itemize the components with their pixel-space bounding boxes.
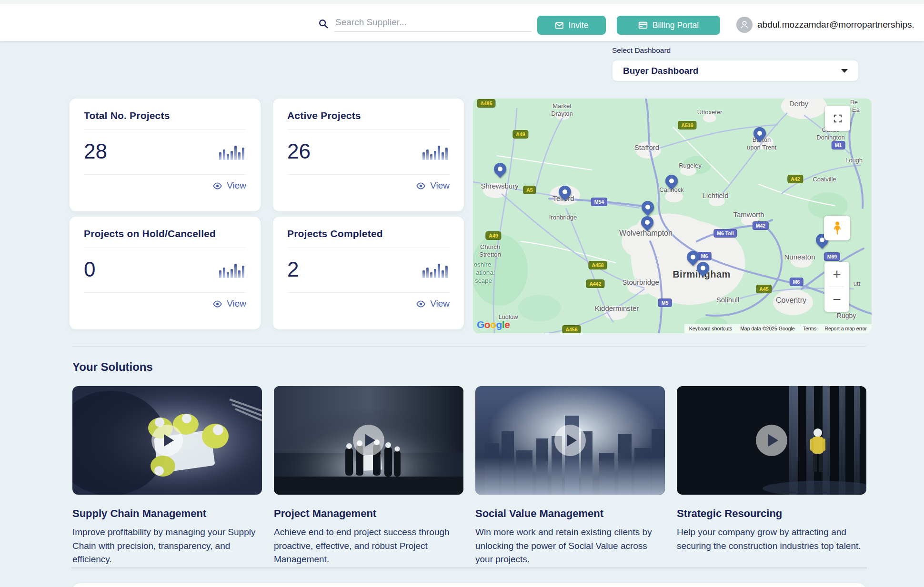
play-button[interactable] [756, 425, 787, 456]
envelope-icon [555, 21, 564, 30]
bar-chart-icon [422, 143, 448, 160]
report-map-error-link[interactable]: Report a map error [824, 326, 867, 331]
fullscreen-button[interactable] [825, 106, 850, 131]
map-attribution: Keyboard shortcuts Map data ©2025 Google… [684, 324, 872, 333]
search-icon [318, 19, 329, 29]
view-link[interactable]: View [84, 180, 246, 191]
solution-card-strategic-resourcing: Strategic Resourcing Help your company g… [677, 386, 866, 567]
solution-video-thumbnail[interactable] [274, 386, 463, 495]
avatar[interactable] [736, 17, 753, 33]
solutions-row: Supply Chain Management Improve profitab… [72, 386, 866, 567]
google-logo[interactable]: Google [477, 319, 510, 330]
play-button[interactable] [151, 425, 183, 456]
solution-video-thumbnail[interactable] [677, 386, 866, 495]
billing-portal-button[interactable]: Billing Portal [617, 16, 720, 35]
eye-icon [416, 182, 426, 189]
invite-button[interactable]: Invite [537, 16, 606, 35]
play-icon [164, 434, 174, 447]
user-account: abdul.mozzamdar@morropartnerships. [736, 17, 922, 33]
stat-value: 2 [287, 258, 299, 281]
solution-card-project-management: Project Management Achieve end to end pr… [274, 386, 463, 567]
view-link[interactable]: View [287, 298, 450, 309]
play-icon [768, 434, 778, 447]
supplier-search [318, 14, 532, 32]
stat-card-completed: Projects Completed 2 View [273, 217, 464, 329]
dashboard-select-label: Select Dashboard [612, 46, 859, 55]
invite-label: Invite [569, 20, 589, 30]
pegman-button[interactable] [824, 216, 850, 240]
google-logo-letter: g [496, 319, 502, 330]
solutions-divider [72, 346, 866, 347]
google-logo-letter: G [477, 319, 484, 330]
stat-card-hold-cancelled: Projects on Hold/Cancelled 0 View [70, 217, 261, 329]
view-link[interactable]: View [84, 298, 246, 309]
solution-card-supply-chain: Supply Chain Management Improve profitab… [72, 386, 262, 567]
stat-value: 26 [287, 139, 311, 163]
pegman-icon [832, 221, 843, 235]
map-base-art [473, 99, 872, 333]
chevron-down-icon [841, 69, 848, 73]
eye-icon [212, 182, 222, 189]
solution-card-social-value: Social Value Management Win more work an… [475, 386, 665, 567]
solution-video-thumbnail[interactable] [475, 386, 665, 495]
search-input[interactable] [334, 14, 532, 32]
dashboard-select-value: Buyer Dashboard [623, 66, 698, 76]
google-logo-letter: e [504, 319, 510, 330]
solution-description: Achieve end to end project success throu… [274, 526, 460, 567]
play-icon [365, 434, 375, 447]
stat-title: Total No. Projects [84, 110, 246, 121]
solution-description: Win more work and retain existing client… [475, 526, 661, 567]
next-section-card-edge [72, 583, 866, 587]
map-data-text: Map data ©2025 Google [740, 326, 795, 331]
keyboard-shortcuts-link[interactable]: Keyboard shortcuts [689, 326, 732, 331]
dashboard-select: Select Dashboard Buyer Dashboard [612, 46, 859, 81]
top-bar: Invite Billing Portal abdul.mozzamdar@mo… [0, 4, 924, 41]
play-button[interactable] [353, 425, 384, 456]
bar-chart-icon [219, 143, 244, 160]
map-zoom-in-button[interactable]: + [824, 262, 849, 287]
map-zoom-control: + − [824, 262, 849, 312]
stat-title: Projects on Hold/Cancelled [84, 228, 246, 239]
stat-value: 28 [84, 139, 107, 163]
play-button[interactable] [554, 425, 586, 456]
stat-card-total-projects: Total No. Projects 28 View [70, 99, 261, 211]
view-link[interactable]: View [287, 180, 450, 191]
stat-title: Projects Completed [287, 228, 450, 239]
google-logo-letter: o [490, 319, 496, 330]
eye-icon [416, 300, 426, 308]
viewport-top-strip [0, 0, 924, 4]
map-zoom-out-button[interactable]: − [824, 287, 849, 312]
user-icon [739, 20, 750, 30]
google-map[interactable]: Market DraytonStaffordUttoxeterDerbyBeEa… [473, 99, 872, 333]
solution-description: Help your company grow by attracting and… [677, 526, 863, 553]
eye-icon [212, 300, 222, 308]
solution-title: Social Value Management [475, 507, 665, 520]
user-email: abdul.mozzamdar@morropartnerships. [757, 20, 914, 30]
solution-title: Supply Chain Management [72, 507, 262, 520]
credit-card-icon [638, 20, 648, 30]
bar-chart-icon [219, 261, 244, 278]
google-logo-letter: o [484, 319, 490, 330]
bar-chart-icon [422, 261, 448, 278]
solution-video-thumbnail[interactable] [72, 386, 262, 495]
solution-title: Strategic Resourcing [677, 507, 866, 520]
terms-link[interactable]: Terms [803, 326, 817, 331]
solution-description: Improve profitability by managing your S… [72, 526, 258, 567]
play-icon [567, 434, 577, 447]
bottom-divider [71, 567, 867, 568]
stat-value: 0 [84, 258, 95, 281]
billing-portal-label: Billing Portal [653, 20, 699, 30]
solution-title: Project Management [274, 507, 463, 520]
solutions-heading: Your Solutions [72, 360, 153, 374]
dashboard-select-dropdown[interactable]: Buyer Dashboard [612, 60, 859, 81]
stats-grid: Total No. Projects 28 View Active Projec… [70, 99, 464, 329]
stat-title: Active Projects [287, 110, 450, 121]
stat-card-active-projects: Active Projects 26 View [273, 99, 464, 211]
fullscreen-icon [833, 113, 843, 124]
